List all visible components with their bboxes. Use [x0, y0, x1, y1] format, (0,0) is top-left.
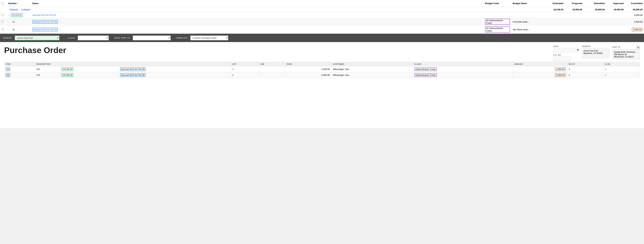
co-group-checkbox-col[interactable] [0, 13, 7, 17]
po-row1-rate-value: 1,000.00 [321, 68, 330, 70]
po-row2-clsd-value: ✓ [605, 74, 607, 76]
table-row: 02 Second SCO for PO-05 ⋮ 02 Subcontract… [0, 26, 644, 34]
po-ship-to-label: SHIP TO [612, 46, 620, 48]
row01-name-value[interactable]: Second SCO for PO-05 [34, 20, 57, 23]
po-rate-header: RATE [285, 62, 331, 66]
po-row2-amount-value: 2,000.00 [556, 74, 565, 76]
approved-header-label: Approved [613, 2, 624, 5]
po-row1-rcvd: 1 [567, 66, 604, 72]
po-line-item-row: 04 CO CO-05-02 Second SCO for PO-05 [4, 66, 640, 72]
totals-estimated-col: 18,100.00 [546, 8, 565, 12]
po-row1-clsd: ✓ [604, 66, 637, 72]
co-group-proposed-col [565, 14, 584, 16]
submitted-col-header: Submitted [584, 2, 606, 5]
row02-committed-col: 2,000.00 [625, 27, 644, 32]
row01-budget-code-col: 04 Subcontractor Costs [484, 18, 511, 26]
row02-submitted-col [584, 29, 606, 30]
row01-checkbox-col[interactable] [0, 20, 7, 24]
po-number-input[interactable]: PO-05 [553, 57, 570, 61]
row01-checkbox[interactable] [2, 20, 4, 22]
po-row1-customer-value: Wiessinger, Gar... [333, 68, 350, 70]
po-row1-item-box: 04 [6, 68, 10, 71]
row02-budget-name-col: Site Work-Subc... [511, 28, 546, 32]
top-table-section: Number ↓ Name Budget Code Budget Name Es… [0, 0, 644, 34]
drop-ship-bar-label: DROP SHIP TO [114, 37, 130, 39]
estimated-col-header: Estimated [546, 2, 565, 5]
po-row2-desc-ref-value: CO-05-02 [62, 74, 72, 76]
budget-code-col-header: Budget Code [484, 2, 511, 5]
po-row1-desc-text-box: Second SCO for PO-05 [120, 68, 146, 71]
po-row2-rate-value: 2,000.00 [321, 74, 330, 76]
totals-checkbox-col [0, 9, 7, 10]
budget-name-header-label: Budget Name [513, 2, 527, 5]
po-line-items-table: ITEM DESCRIPTION QTY U/M RATE CUSTOMER C… [4, 62, 640, 78]
totals-budget-name-col [511, 9, 546, 10]
po-row2-desc-co-value: CO [36, 74, 40, 76]
vendor-bar-label: VENDOR [3, 37, 12, 39]
vendor-address-text: Acme Fast FuelBayshore, CA 94326 [584, 50, 602, 54]
po-amount-header: AMOUNT [513, 62, 567, 66]
class-select[interactable] [78, 36, 109, 40]
row01-number-value: 01 [12, 20, 15, 23]
row02-number-col: 02 [7, 28, 31, 32]
row01-committed-col: 1,000.00 [625, 20, 644, 24]
po-class-header: CLASS [413, 62, 513, 66]
po-row2-item-value: 02 [7, 74, 9, 76]
co-group-checkbox[interactable] [2, 14, 4, 16]
po-row2-amount-box: 2,000.00 [555, 73, 566, 77]
po-row2-amount: 2,000.00 [513, 72, 567, 78]
table-header: Number ↓ Name Budget Code Budget Name Es… [0, 0, 644, 7]
po-um-header: U/M [259, 62, 285, 66]
po-line-items-container: ITEM DESCRIPTION QTY U/M RATE CUSTOMER C… [4, 58, 640, 78]
row02-name-box: Second SCO for PO-05 [32, 28, 58, 31]
vendor-bar: VENDOR Acme Fast Fuel CLASS DROP SHIP TO… [0, 34, 644, 42]
calendar-icon[interactable]: 📅 [576, 49, 579, 52]
co-group-budget-code-col [484, 14, 511, 16]
ship-to-address-display: Quality-Built Constructi...100 Mason St.… [612, 49, 640, 60]
ship-to-address-text: Quality-Built Constructi...100 Mason St.… [614, 51, 636, 58]
template-select[interactable]: Custom Purchase Order [190, 36, 228, 40]
po-row2-qty: 1 [231, 72, 259, 78]
co-group-committed-value: 3,000.00 [634, 14, 642, 16]
po-row2-class-value: Subcontractor Costs [416, 74, 436, 76]
row01-budget-code-name-value: Subcontractor Costs [486, 19, 503, 24]
sort-down-icon[interactable]: ↓ [18, 2, 18, 5]
po-row2-rate: 2,000.00 [285, 72, 331, 78]
row02-checkbox[interactable] [2, 28, 4, 30]
row01-name-box: Second SCO for PO-05 [32, 20, 58, 24]
name-col-header: Name [31, 2, 484, 5]
totals-committed-value: 26,000.00 [632, 8, 642, 11]
co-group-name-col[interactable]: Second SCO for PO-05 [31, 13, 484, 17]
row01-budget-name-col: Concrete-Subc... [511, 20, 546, 24]
expand-chevron[interactable]: ∨ [8, 14, 10, 16]
po-row1-rcvd-value: 1 [569, 68, 570, 70]
drop-ship-select[interactable] [133, 36, 171, 40]
row02-budget-code-col: 02 Subcontractor Costs [484, 26, 511, 33]
number-col-header[interactable]: Number ↓ [7, 2, 31, 5]
po-row2-rcvd-value: 1 [569, 74, 570, 76]
po-row1-desc-ref: CO-05-02 [60, 66, 118, 72]
po-date-input[interactable]: 07/24/2024 [553, 48, 576, 52]
po-row1-scroll-spacer [637, 66, 640, 72]
row02-name-value[interactable]: Second SCO for PO-05 [34, 28, 57, 31]
po-row2-desc-text-box: Second SCO for PO-05 [120, 73, 146, 77]
row01-proposed-col [565, 21, 584, 22]
po-row2-desc-text-value: Second SCO for PO-05 [121, 74, 144, 76]
row02-checkbox-col[interactable] [0, 28, 7, 32]
select-all-col[interactable] [0, 2, 7, 5]
table-row: ∨ CO-05-02 Second SCO for PO-05 3,000.00 [0, 12, 644, 18]
collapse-link[interactable]: Collapse [21, 8, 30, 11]
row02-approved-col [606, 29, 625, 30]
totals-submitted-col: 18,000.00 [584, 8, 606, 12]
select-all-checkbox[interactable] [2, 2, 4, 4]
row01-budget-code-box: 04 Subcontractor Costs [485, 18, 510, 25]
ship-to-select[interactable] [636, 46, 640, 49]
vendor-select[interactable]: Acme Fast Fuel [15, 36, 60, 40]
expand-link[interactable]: Expand [10, 8, 18, 11]
row02-menu-dots[interactable]: ⋮ [59, 28, 62, 31]
po-description-header: DESCRIPTION [35, 62, 231, 66]
po-vendor-block: VENDOR Acme Fast FuelBayshore, CA 94326 [582, 46, 610, 61]
row01-menu-dots[interactable]: ⋮ [59, 20, 62, 23]
po-row2-qty-value: 1 [232, 74, 234, 76]
po-row1-desc-co: CO [35, 66, 60, 72]
